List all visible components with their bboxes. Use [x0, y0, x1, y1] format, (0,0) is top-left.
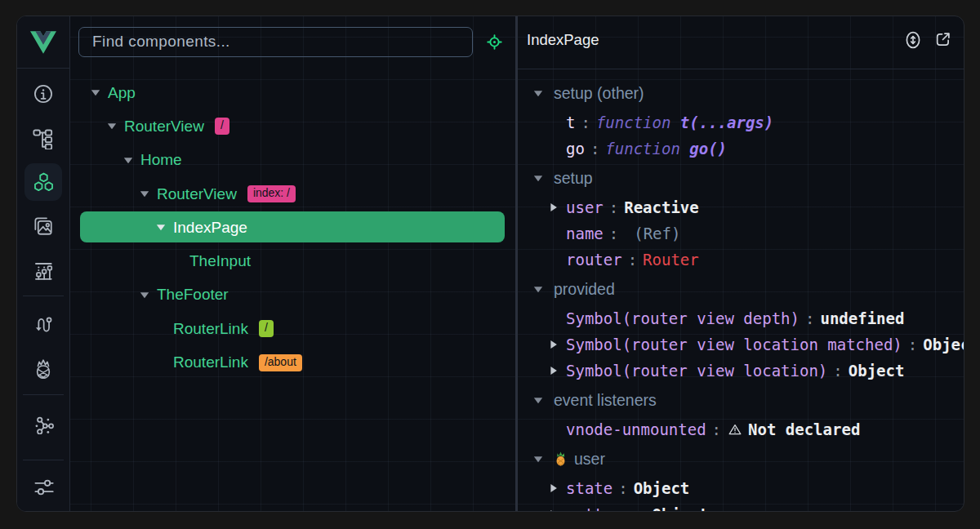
- route-badge: index: /: [247, 185, 296, 202]
- state-row-name[interactable]: name:(Ref): [518, 220, 964, 247]
- colon: :: [590, 140, 599, 158]
- timeline-icon: [24, 251, 62, 289]
- section-header-event-listeners[interactable]: event listeners: [518, 384, 964, 416]
- tree-row-content: RouterViewindex: /: [70, 185, 296, 203]
- settings-icon: [33, 475, 54, 496]
- tree-row-home-2[interactable]: Home: [70, 144, 515, 177]
- pineapple-emoji: [554, 451, 568, 466]
- state-key: user: [566, 198, 604, 216]
- section-label: event listeners: [554, 391, 657, 410]
- collapse-icon: [533, 397, 544, 404]
- expand-toggle-icon[interactable]: [122, 157, 140, 164]
- colon: :: [581, 113, 590, 131]
- sidebar-item-assets[interactable]: [17, 204, 69, 248]
- colon: :: [805, 309, 814, 327]
- route-badge: /about: [259, 354, 302, 371]
- sidebar-item-pinia[interactable]: [17, 347, 69, 391]
- state-row-Symbol-router-view-depth-[interactable]: Symbol(router view depth):undefined: [518, 305, 964, 331]
- state-row-go[interactable]: go:function go(): [518, 136, 964, 162]
- expand-icon[interactable]: [547, 340, 566, 349]
- state-row-user[interactable]: user:Reactive: [518, 194, 964, 220]
- state-row-state[interactable]: state:Object: [518, 475, 964, 501]
- tree-row-indexpage-4[interactable]: IndexPage: [70, 211, 515, 244]
- expand-toggle-icon[interactable]: [138, 291, 157, 299]
- expand-toggle-icon[interactable]: [105, 122, 124, 130]
- state-key: go: [566, 140, 585, 158]
- inspector-header-icons: [903, 16, 952, 63]
- expand-icon[interactable]: [547, 483, 566, 493]
- route-badge: /: [215, 118, 229, 135]
- sidebar-nav: [17, 69, 69, 511]
- section-header-setup[interactable]: setup: [518, 162, 964, 194]
- state-row-getters[interactable]: getters:Object: [518, 501, 964, 511]
- sidebar-item-router[interactable]: [17, 303, 69, 347]
- tree-row-content: Home: [70, 151, 182, 169]
- scroll-to-component-button[interactable]: [903, 30, 923, 50]
- state-key: Symbol(router view location): [566, 362, 827, 380]
- open-in-editor-button[interactable]: [933, 30, 952, 49]
- state-row-Symbol-router-view-location-matched-[interactable]: Symbol(router view location matched):Obj…: [518, 331, 964, 358]
- sidebar-spacer: [17, 446, 69, 460]
- sidebar-item-info[interactable]: [17, 72, 69, 116]
- inspector-panel: IndexPage: [518, 16, 964, 511]
- expand-toggle-icon[interactable]: [154, 224, 173, 231]
- expand-toggle-icon[interactable]: [89, 89, 108, 96]
- section-label: provided: [554, 280, 615, 299]
- expand-icon[interactable]: [547, 509, 566, 511]
- state-key: vnode-unmounted: [566, 420, 706, 438]
- section-header-setup-other-[interactable]: setup (other): [518, 77, 964, 109]
- sidebar-item-component-tree[interactable]: [17, 116, 69, 160]
- section-label: setup: [554, 169, 593, 188]
- collapse-icon: [533, 456, 544, 463]
- state-key: getters: [566, 505, 631, 511]
- sidebar-divider: [23, 394, 64, 395]
- colon: :: [908, 336, 917, 353]
- route-icon: [24, 306, 62, 344]
- tree-row-routerview-1[interactable]: RouterView/: [70, 109, 515, 143]
- state-key: Symbol(router view depth): [566, 309, 800, 327]
- component-name: IndexPage: [173, 219, 247, 237]
- state-value: Object: [634, 479, 690, 497]
- scroll-to-component-icon: [903, 30, 923, 50]
- graph-icon: [24, 405, 62, 442]
- state-row-t[interactable]: t:function t(...args): [518, 109, 964, 136]
- tree-row-routerview-3[interactable]: RouterViewindex: /: [70, 177, 515, 211]
- state-value: Not declared: [748, 420, 860, 438]
- tree-row-app-0[interactable]: App: [70, 76, 515, 109]
- state-value: go(): [689, 140, 727, 158]
- state-row-vnode-unmounted[interactable]: vnode-unmounted:Not declared: [518, 416, 964, 442]
- state-key: router: [566, 251, 622, 269]
- section-label: user: [574, 450, 605, 469]
- section-header-provided[interactable]: provided: [518, 273, 964, 305]
- warning-icon: [728, 424, 742, 435]
- sidebar-item-components[interactable]: [17, 160, 69, 204]
- state-row-Symbol-router-view-location-[interactable]: Symbol(router view location):Object: [518, 358, 964, 384]
- component-picker-button[interactable]: [486, 33, 503, 51]
- state-value: function: [605, 140, 689, 158]
- sidebar-item-timeline[interactable]: [17, 248, 69, 292]
- tree-row-routerlink-7[interactable]: RouterLink/: [70, 312, 515, 345]
- tree-icon: [24, 119, 62, 157]
- tree-row-thefooter-6[interactable]: TheFooter: [70, 278, 515, 312]
- tree-row-theinput-5[interactable]: TheInput: [70, 244, 515, 278]
- vue-logo-icon: [30, 31, 56, 54]
- expand-icon[interactable]: [547, 202, 566, 212]
- tree-row-routerlink-8[interactable]: RouterLink/about: [70, 345, 515, 379]
- sidebar-item-settings[interactable]: [17, 460, 69, 511]
- state-value: function: [596, 113, 680, 131]
- collapse-icon: [533, 175, 544, 182]
- state-row-router[interactable]: router:Router: [518, 247, 964, 273]
- colon: :: [618, 479, 627, 497]
- expand-icon[interactable]: [547, 366, 566, 376]
- expand-toggle-icon[interactable]: [138, 190, 157, 198]
- images-icon: [24, 207, 62, 245]
- sidebar-item-graph[interactable]: [17, 402, 69, 446]
- sidebar-divider: [23, 296, 64, 296]
- search-input[interactable]: [78, 27, 473, 57]
- colon: :: [609, 224, 618, 242]
- hexagons-icon: [24, 163, 62, 201]
- section-header-user[interactable]: user: [518, 442, 964, 475]
- state-value: t(...args): [680, 113, 773, 131]
- main-area: AppRouterView/HomeRouterViewindex: /Inde…: [70, 16, 964, 511]
- section-label: setup (other): [554, 84, 644, 103]
